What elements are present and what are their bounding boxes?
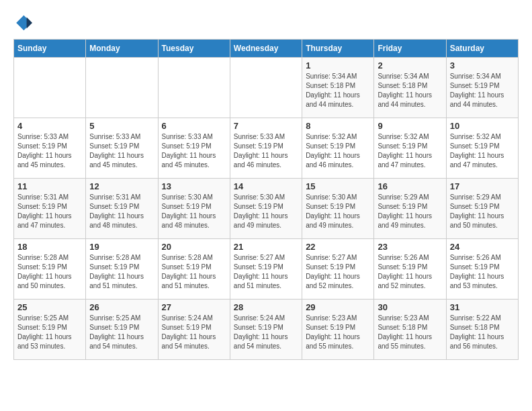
day-info: Sunrise: 5:34 AM Sunset: 5:18 PM Dayligh…: [306, 72, 370, 109]
calendar-cell: [158, 58, 230, 118]
day-number: 5: [89, 121, 154, 131]
day-info: Sunrise: 5:24 AM Sunset: 5:19 PM Dayligh…: [234, 314, 298, 351]
calendar-cell: 8Sunrise: 5:32 AM Sunset: 5:19 PM Daylig…: [302, 118, 374, 179]
day-info: Sunrise: 5:28 AM Sunset: 5:19 PM Dayligh…: [89, 253, 154, 291]
day-number: 23: [378, 242, 442, 252]
day-number: 18: [17, 242, 82, 252]
day-number: 3: [450, 60, 515, 71]
day-info: Sunrise: 5:29 AM Sunset: 5:19 PM Dayligh…: [378, 193, 442, 230]
day-number: 21: [234, 242, 298, 252]
calendar-header-row: SundayMondayTuesdayWednesdayThursdayFrid…: [14, 40, 519, 58]
day-info: Sunrise: 5:25 AM Sunset: 5:19 PM Dayligh…: [17, 314, 82, 351]
calendar-cell: 31Sunrise: 5:22 AM Sunset: 5:18 PM Dayli…: [446, 300, 518, 360]
day-info: Sunrise: 5:25 AM Sunset: 5:19 PM Dayligh…: [89, 314, 154, 351]
day-number: 16: [378, 181, 442, 191]
day-number: 15: [306, 181, 370, 191]
calendar-cell: 18Sunrise: 5:28 AM Sunset: 5:19 PM Dayli…: [14, 239, 86, 300]
day-number: 7: [234, 121, 298, 131]
day-info: Sunrise: 5:32 AM Sunset: 5:19 PM Dayligh…: [306, 132, 370, 170]
week-row-2: 4Sunrise: 5:33 AM Sunset: 5:19 PM Daylig…: [14, 118, 519, 179]
day-number: 14: [234, 181, 298, 191]
day-header-monday: Monday: [86, 40, 158, 58]
week-row-3: 11Sunrise: 5:31 AM Sunset: 5:19 PM Dayli…: [14, 179, 519, 239]
day-info: Sunrise: 5:31 AM Sunset: 5:19 PM Dayligh…: [17, 193, 82, 230]
day-info: Sunrise: 5:28 AM Sunset: 5:19 PM Dayligh…: [17, 253, 82, 291]
day-header-sunday: Sunday: [14, 40, 86, 58]
day-number: 19: [89, 242, 154, 252]
calendar-cell: 21Sunrise: 5:27 AM Sunset: 5:19 PM Dayli…: [230, 239, 302, 300]
day-number: 17: [450, 181, 515, 191]
day-info: Sunrise: 5:29 AM Sunset: 5:19 PM Dayligh…: [450, 193, 515, 230]
day-info: Sunrise: 5:33 AM Sunset: 5:19 PM Dayligh…: [162, 132, 226, 170]
calendar-cell: 28Sunrise: 5:24 AM Sunset: 5:19 PM Dayli…: [230, 300, 302, 360]
day-number: 12: [89, 181, 154, 191]
calendar-cell: 26Sunrise: 5:25 AM Sunset: 5:19 PM Dayli…: [86, 300, 158, 360]
calendar-cell: 14Sunrise: 5:30 AM Sunset: 5:19 PM Dayli…: [230, 179, 302, 239]
day-info: Sunrise: 5:23 AM Sunset: 5:18 PM Dayligh…: [378, 314, 442, 351]
calendar-cell: 4Sunrise: 5:33 AM Sunset: 5:19 PM Daylig…: [14, 118, 86, 179]
calendar-cell: 5Sunrise: 5:33 AM Sunset: 5:19 PM Daylig…: [86, 118, 158, 179]
day-info: Sunrise: 5:32 AM Sunset: 5:19 PM Dayligh…: [450, 132, 515, 170]
day-number: 8: [306, 121, 370, 131]
day-number: 31: [450, 302, 515, 312]
day-number: 30: [378, 302, 442, 312]
day-info: Sunrise: 5:33 AM Sunset: 5:19 PM Dayligh…: [89, 132, 154, 170]
calendar-cell: 3Sunrise: 5:34 AM Sunset: 5:19 PM Daylig…: [446, 58, 518, 118]
day-info: Sunrise: 5:31 AM Sunset: 5:19 PM Dayligh…: [89, 193, 154, 230]
calendar-cell: [14, 58, 86, 118]
day-number: 26: [89, 302, 154, 312]
day-number: 27: [162, 302, 226, 312]
day-header-thursday: Thursday: [302, 40, 374, 58]
logo: [13, 13, 35, 32]
day-info: Sunrise: 5:30 AM Sunset: 5:19 PM Dayligh…: [234, 193, 298, 230]
svg-marker-1: [27, 17, 32, 29]
calendar-cell: 27Sunrise: 5:24 AM Sunset: 5:19 PM Dayli…: [158, 300, 230, 360]
calendar-cell: 20Sunrise: 5:28 AM Sunset: 5:19 PM Dayli…: [158, 239, 230, 300]
day-info: Sunrise: 5:34 AM Sunset: 5:18 PM Dayligh…: [378, 72, 442, 109]
day-number: 9: [378, 121, 442, 131]
day-info: Sunrise: 5:26 AM Sunset: 5:19 PM Dayligh…: [450, 253, 515, 291]
day-info: Sunrise: 5:34 AM Sunset: 5:19 PM Dayligh…: [450, 72, 515, 109]
week-row-4: 18Sunrise: 5:28 AM Sunset: 5:19 PM Dayli…: [14, 239, 519, 300]
calendar-cell: [230, 58, 302, 118]
calendar-cell: 15Sunrise: 5:30 AM Sunset: 5:19 PM Dayli…: [302, 179, 374, 239]
day-info: Sunrise: 5:30 AM Sunset: 5:19 PM Dayligh…: [306, 193, 370, 230]
day-number: 24: [450, 242, 515, 252]
day-header-saturday: Saturday: [446, 40, 518, 58]
day-info: Sunrise: 5:28 AM Sunset: 5:19 PM Dayligh…: [162, 253, 226, 291]
day-number: 28: [234, 302, 298, 312]
day-info: Sunrise: 5:33 AM Sunset: 5:19 PM Dayligh…: [234, 132, 298, 170]
calendar-cell: 22Sunrise: 5:27 AM Sunset: 5:19 PM Dayli…: [302, 239, 374, 300]
calendar-cell: [86, 58, 158, 118]
day-info: Sunrise: 5:27 AM Sunset: 5:19 PM Dayligh…: [234, 253, 298, 291]
calendar-cell: 16Sunrise: 5:29 AM Sunset: 5:19 PM Dayli…: [374, 179, 446, 239]
day-header-wednesday: Wednesday: [230, 40, 302, 58]
day-number: 25: [17, 302, 82, 312]
day-info: Sunrise: 5:27 AM Sunset: 5:19 PM Dayligh…: [306, 253, 370, 291]
calendar-cell: 6Sunrise: 5:33 AM Sunset: 5:19 PM Daylig…: [158, 118, 230, 179]
calendar-cell: 2Sunrise: 5:34 AM Sunset: 5:18 PM Daylig…: [374, 58, 446, 118]
calendar-cell: 11Sunrise: 5:31 AM Sunset: 5:19 PM Dayli…: [14, 179, 86, 239]
day-info: Sunrise: 5:32 AM Sunset: 5:19 PM Dayligh…: [378, 132, 442, 170]
day-number: 1: [306, 60, 370, 71]
week-row-5: 25Sunrise: 5:25 AM Sunset: 5:19 PM Dayli…: [14, 300, 519, 360]
calendar-cell: 19Sunrise: 5:28 AM Sunset: 5:19 PM Dayli…: [86, 239, 158, 300]
calendar-cell: 23Sunrise: 5:26 AM Sunset: 5:19 PM Dayli…: [374, 239, 446, 300]
calendar-cell: 10Sunrise: 5:32 AM Sunset: 5:19 PM Dayli…: [446, 118, 518, 179]
day-info: Sunrise: 5:33 AM Sunset: 5:19 PM Dayligh…: [17, 132, 82, 170]
day-header-tuesday: Tuesday: [158, 40, 230, 58]
day-info: Sunrise: 5:22 AM Sunset: 5:18 PM Dayligh…: [450, 314, 515, 351]
day-number: 20: [162, 242, 226, 252]
day-number: 2: [378, 60, 442, 71]
page-header: [13, 13, 519, 32]
day-number: 11: [17, 181, 82, 191]
calendar-cell: 30Sunrise: 5:23 AM Sunset: 5:18 PM Dayli…: [374, 300, 446, 360]
day-number: 22: [306, 242, 370, 252]
week-row-1: 1Sunrise: 5:34 AM Sunset: 5:18 PM Daylig…: [14, 58, 519, 118]
day-number: 4: [17, 121, 82, 131]
calendar-cell: 13Sunrise: 5:30 AM Sunset: 5:19 PM Dayli…: [158, 179, 230, 239]
day-info: Sunrise: 5:30 AM Sunset: 5:19 PM Dayligh…: [162, 193, 226, 230]
calendar-cell: 1Sunrise: 5:34 AM Sunset: 5:18 PM Daylig…: [302, 58, 374, 118]
calendar-cell: 25Sunrise: 5:25 AM Sunset: 5:19 PM Dayli…: [14, 300, 86, 360]
day-info: Sunrise: 5:26 AM Sunset: 5:19 PM Dayligh…: [378, 253, 442, 291]
